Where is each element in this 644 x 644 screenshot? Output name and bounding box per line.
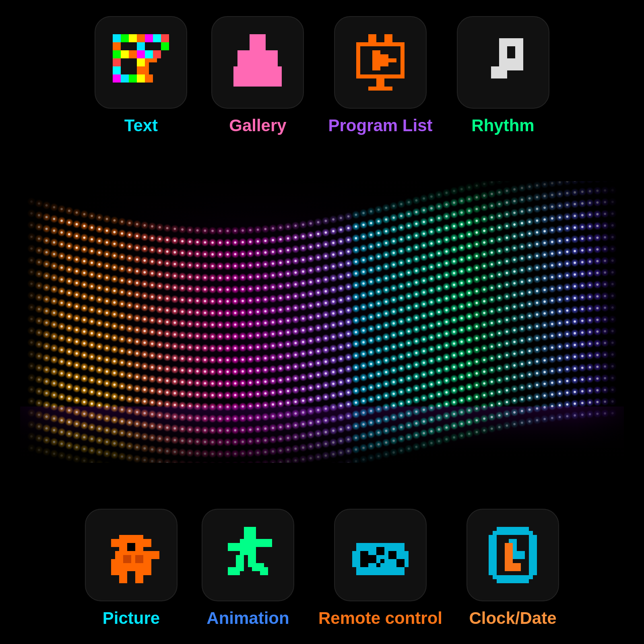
svg-rect-13 (137, 50, 145, 58)
svg-rect-62 (127, 543, 135, 551)
svg-rect-65 (244, 527, 256, 539)
led-display (0, 165, 644, 479)
icon-box-clock[interactable] (466, 509, 559, 601)
svg-rect-1 (121, 34, 129, 42)
svg-rect-31 (145, 74, 149, 78)
svg-rect-53 (111, 539, 119, 547)
svg-rect-73 (260, 567, 268, 575)
svg-rect-38 (270, 50, 278, 62)
svg-rect-88 (497, 575, 529, 583)
svg-rect-79 (388, 551, 396, 559)
svg-rect-97 (505, 563, 521, 571)
svg-rect-45 (384, 34, 392, 42)
icon-item-remote[interactable]: Remote control (318, 509, 442, 628)
svg-rect-85 (497, 527, 529, 535)
svg-rect-26 (149, 58, 153, 62)
svg-rect-23 (137, 74, 145, 83)
svg-rect-43 (388, 58, 396, 62)
picture-label: Picture (103, 609, 160, 628)
svg-rect-84 (376, 563, 380, 567)
svg-rect-11 (121, 50, 129, 58)
svg-rect-28 (145, 62, 149, 66)
gallery-icon (225, 30, 290, 95)
svg-rect-63 (123, 555, 131, 563)
svg-rect-37 (237, 50, 246, 62)
svg-rect-15 (153, 50, 161, 58)
svg-rect-66 (240, 539, 256, 555)
icon-box-remote[interactable] (334, 509, 427, 601)
svg-rect-80 (396, 559, 405, 567)
svg-rect-25 (145, 58, 149, 62)
svg-rect-0 (113, 34, 121, 42)
svg-rect-47 (368, 87, 392, 91)
svg-rect-52 (507, 58, 523, 70)
icon-box-programlist[interactable] (334, 16, 427, 109)
svg-rect-46 (376, 78, 384, 87)
svg-rect-19 (137, 66, 145, 74)
svg-rect-51 (491, 66, 507, 78)
svg-rect-44 (368, 34, 376, 42)
svg-rect-27 (153, 58, 157, 62)
svg-rect-4 (145, 34, 153, 42)
led-canvas (20, 181, 624, 463)
icon-box-rhythm[interactable] (457, 16, 549, 109)
rhythm-label: Rhythm (471, 116, 534, 135)
bottom-icon-row: Picture Animation (0, 509, 644, 644)
icon-item-text[interactable]: Text (95, 16, 187, 135)
clock-label: Clock/Date (469, 609, 556, 628)
top-icon-row: Text Gallery (0, 0, 644, 135)
icon-item-programlist[interactable]: Program List (328, 16, 432, 135)
icon-item-animation[interactable]: Animation (202, 509, 294, 628)
svg-rect-30 (145, 70, 149, 74)
svg-rect-36 (246, 58, 270, 66)
svg-rect-60 (135, 571, 143, 583)
icon-box-text[interactable] (95, 16, 187, 109)
icon-item-gallery[interactable]: Gallery (211, 16, 304, 135)
text-label: Text (124, 116, 158, 135)
svg-rect-32 (250, 34, 266, 50)
svg-rect-6 (161, 34, 169, 42)
svg-rect-3 (137, 34, 145, 42)
svg-rect-17 (137, 58, 145, 66)
rhythm-icon (471, 30, 535, 95)
svg-rect-21 (121, 74, 129, 83)
icon-box-animation[interactable] (202, 509, 294, 601)
programlist-label: Program List (328, 116, 432, 135)
svg-rect-14 (145, 50, 153, 58)
svg-rect-9 (161, 42, 169, 50)
svg-rect-67 (228, 543, 240, 551)
icon-item-picture[interactable]: Picture (85, 509, 178, 628)
svg-rect-10 (113, 50, 121, 58)
svg-rect-86 (489, 535, 497, 575)
svg-rect-55 (143, 539, 151, 547)
svg-rect-58 (143, 559, 151, 575)
svg-rect-42 (380, 54, 388, 66)
svg-rect-83 (380, 559, 384, 563)
svg-rect-7 (113, 42, 121, 50)
icon-box-picture[interactable] (85, 509, 178, 601)
svg-rect-2 (129, 34, 137, 42)
icon-box-gallery[interactable] (211, 16, 304, 109)
gallery-label: Gallery (229, 116, 286, 135)
svg-rect-18 (113, 66, 121, 74)
animation-icon (216, 523, 280, 587)
icon-item-rhythm[interactable]: Rhythm (457, 16, 549, 135)
svg-rect-41 (372, 50, 380, 70)
remote-label: Remote control (318, 609, 442, 628)
svg-rect-70 (228, 567, 240, 575)
svg-rect-29 (145, 66, 149, 70)
svg-rect-8 (137, 42, 145, 50)
svg-rect-12 (129, 50, 137, 58)
svg-rect-48 (499, 38, 523, 46)
svg-rect-16 (113, 58, 121, 66)
clock-icon (481, 523, 545, 587)
svg-rect-81 (376, 547, 384, 555)
svg-rect-57 (111, 559, 119, 575)
text-icon (109, 30, 173, 95)
icon-item-clock[interactable]: Clock/Date (466, 509, 559, 628)
svg-rect-64 (135, 555, 143, 563)
animation-label: Animation (206, 609, 289, 628)
remote-icon (348, 523, 413, 587)
svg-rect-68 (256, 539, 272, 547)
svg-rect-22 (129, 74, 137, 83)
